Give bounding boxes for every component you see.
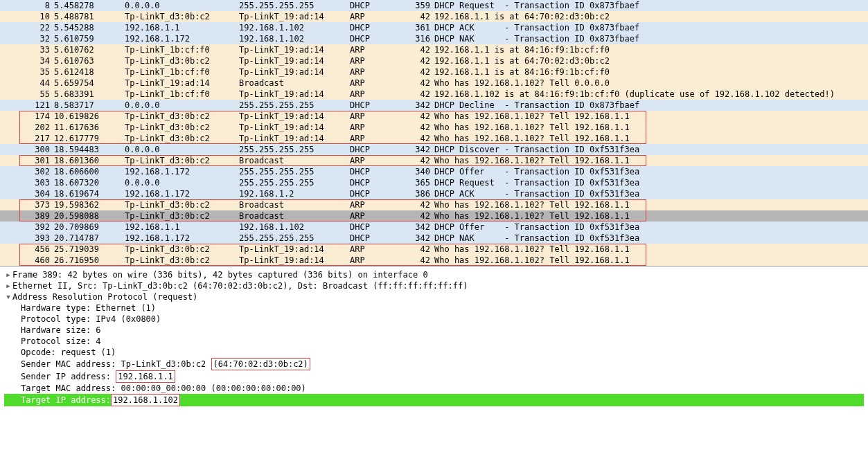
col-no: 32 bbox=[0, 33, 54, 44]
col-no: 202 bbox=[0, 122, 54, 133]
packet-row[interactable]: 85.4582780.0.0.0255.255.255.255DHCP359DH… bbox=[0, 0, 868, 11]
packet-row[interactable]: 17410.619826Tp-LinkT_d3:0b:c2Tp-LinkT_19… bbox=[0, 111, 868, 122]
col-time: 5.659754 bbox=[54, 78, 125, 89]
field-opcode[interactable]: Opcode: request (1) bbox=[4, 347, 864, 358]
packet-list[interactable]: 85.4582780.0.0.0255.255.255.255DHCP359DH… bbox=[0, 0, 868, 266]
col-proto: ARP bbox=[350, 11, 405, 22]
col-src: Tp-LinkT_d3:0b:c2 bbox=[125, 155, 239, 166]
col-time: 5.610762 bbox=[54, 44, 125, 55]
col-dst: Tp-LinkT_19:ad:14 bbox=[239, 244, 350, 255]
col-src: Tp-LinkT_d3:0b:c2 bbox=[125, 122, 239, 133]
col-no: 34 bbox=[0, 55, 54, 66]
col-src: 0.0.0.0 bbox=[125, 144, 239, 155]
col-info: Who has 192.168.1.102? Tell 0.0.0.0 bbox=[434, 78, 868, 89]
packet-row[interactable]: 38920.598088Tp-LinkT_d3:0b:c2BroadcastAR… bbox=[0, 210, 868, 222]
col-src: 192.168.1.172 bbox=[125, 33, 239, 44]
col-no: 33 bbox=[0, 44, 54, 55]
col-src: Tp-LinkT_19:ad:14 bbox=[125, 78, 239, 89]
packet-row[interactable]: 46026.716950Tp-LinkT_d3:0b:c2Tp-LinkT_19… bbox=[0, 255, 868, 266]
col-no: 8 bbox=[0, 0, 54, 11]
field-protocol-type[interactable]: Protocol type: IPv4 (0x0800) bbox=[4, 314, 864, 325]
col-len: 342 bbox=[405, 233, 434, 244]
packet-row[interactable]: 1218.5837170.0.0.0255.255.255.255DHCP342… bbox=[0, 100, 868, 111]
field-hardware-type[interactable]: Hardware type: Ethernet (1) bbox=[4, 302, 864, 314]
col-src: 192.168.1.172 bbox=[125, 233, 239, 244]
packet-row[interactable]: 37319.598362Tp-LinkT_d3:0b:c2BroadcastAR… bbox=[0, 199, 868, 210]
ethernet-summary: Ethernet II, Src: Tp-LinkT_d3:0b:c2 (64:… bbox=[12, 280, 468, 291]
col-dst: Tp-LinkT_19:ad:14 bbox=[239, 89, 350, 100]
highlight-target-ip: 192.168.1.102 bbox=[111, 394, 180, 406]
col-no: 393 bbox=[0, 233, 54, 244]
packet-row[interactable]: 30318.6073200.0.0.0255.255.255.255DHCP36… bbox=[0, 177, 868, 188]
field-hardware-size[interactable]: Hardware size: 6 bbox=[4, 325, 864, 336]
packet-row[interactable]: 555.683391Tp-LinkT_1b:cf:f0Tp-LinkT_19:a… bbox=[0, 89, 868, 100]
collapse-icon[interactable]: ▼ bbox=[4, 291, 12, 302]
col-dst: Tp-LinkT_19:ad:14 bbox=[239, 133, 350, 144]
col-len: 365 bbox=[405, 177, 434, 188]
col-time: 18.594483 bbox=[54, 144, 125, 155]
field-sender-ip[interactable]: Sender IP address: 192.168.1.1 bbox=[4, 370, 864, 383]
col-time: 5.610763 bbox=[54, 55, 125, 66]
packet-row[interactable]: 445.659754Tp-LinkT_19:ad:14BroadcastARP4… bbox=[0, 78, 868, 89]
col-len: 361 bbox=[405, 22, 434, 33]
expand-icon[interactable]: ▶ bbox=[4, 269, 12, 280]
col-len: 42 bbox=[405, 199, 434, 210]
col-no: 174 bbox=[0, 111, 54, 122]
col-len: 342 bbox=[405, 144, 434, 155]
col-time: 18.606600 bbox=[54, 166, 125, 177]
col-len: 342 bbox=[405, 222, 434, 233]
col-no: 373 bbox=[0, 199, 54, 210]
col-len: 342 bbox=[405, 100, 434, 111]
col-no: 456 bbox=[0, 244, 54, 255]
col-info: DHCP NAK - Transaction ID 0x873fbaef bbox=[434, 33, 868, 44]
col-src: Tp-LinkT_1b:cf:f0 bbox=[125, 44, 239, 55]
expand-icon[interactable]: ▶ bbox=[4, 280, 12, 291]
col-no: 300 bbox=[0, 144, 54, 155]
col-info: Who has 192.168.1.102? Tell 192.168.1.1 bbox=[434, 133, 868, 144]
packet-row[interactable]: 39220.709869192.168.1.1192.168.1.102DHCP… bbox=[0, 222, 868, 233]
col-no: 389 bbox=[0, 210, 54, 222]
tree-item-frame[interactable]: ▶Frame 389: 42 bytes on wire (336 bits),… bbox=[4, 269, 864, 280]
col-len: 42 bbox=[405, 133, 434, 144]
field-target-mac[interactable]: Target MAC address: 00:00:00_00:00:00 (0… bbox=[4, 383, 864, 394]
packet-row[interactable]: 30418.619674192.168.1.172192.168.1.2DHCP… bbox=[0, 188, 868, 199]
packet-row[interactable]: 105.488781Tp-LinkT_d3:0b:c2Tp-LinkT_19:a… bbox=[0, 11, 868, 22]
col-info: Who has 192.168.1.102? Tell 192.168.1.1 bbox=[434, 155, 868, 166]
packet-row[interactable]: 20211.617636Tp-LinkT_d3:0b:c2Tp-LinkT_19… bbox=[0, 122, 868, 133]
packet-row[interactable]: 30218.606600192.168.1.172255.255.255.255… bbox=[0, 166, 868, 177]
col-time: 12.617779 bbox=[54, 133, 125, 144]
col-src: Tp-LinkT_d3:0b:c2 bbox=[125, 11, 239, 22]
col-info: Who has 192.168.1.102? Tell 192.168.1.1 bbox=[434, 199, 868, 210]
packet-row[interactable]: 45625.719039Tp-LinkT_d3:0b:c2Tp-LinkT_19… bbox=[0, 244, 868, 255]
col-len: 42 bbox=[405, 111, 434, 122]
field-protocol-size[interactable]: Protocol size: 4 bbox=[4, 336, 864, 347]
packet-row[interactable]: 225.545288192.168.1.1192.168.1.102DHCP36… bbox=[0, 22, 868, 33]
col-proto: DHCP bbox=[350, 33, 405, 44]
col-src: Tp-LinkT_d3:0b:c2 bbox=[125, 199, 239, 210]
packet-details-pane[interactable]: ▶Frame 389: 42 bytes on wire (336 bits),… bbox=[0, 266, 868, 409]
packet-row[interactable]: 39320.714787192.168.1.172255.255.255.255… bbox=[0, 233, 868, 244]
packet-row[interactable]: 21712.617779Tp-LinkT_d3:0b:c2Tp-LinkT_19… bbox=[0, 133, 868, 144]
col-proto: DHCP bbox=[350, 100, 405, 111]
packet-row[interactable]: 30118.601360Tp-LinkT_d3:0b:c2BroadcastAR… bbox=[0, 155, 868, 166]
col-dst: 255.255.255.255 bbox=[239, 0, 350, 11]
packet-row[interactable]: 355.612418Tp-LinkT_1b:cf:f0Tp-LinkT_19:a… bbox=[0, 66, 868, 78]
col-dst: Tp-LinkT_19:ad:14 bbox=[239, 111, 350, 122]
packet-row[interactable]: 30018.5944830.0.0.0255.255.255.255DHCP34… bbox=[0, 144, 868, 155]
field-target-ip-selected[interactable]: Target IP address: 192.168.1.102 bbox=[4, 394, 864, 406]
col-dst: Broadcast bbox=[239, 210, 350, 222]
packet-row[interactable]: 325.610759192.168.1.172192.168.1.102DHCP… bbox=[0, 33, 868, 44]
col-time: 5.683391 bbox=[54, 89, 125, 100]
tree-item-ethernet[interactable]: ▶Ethernet II, Src: Tp-LinkT_d3:0b:c2 (64… bbox=[4, 280, 864, 291]
col-time: 18.607320 bbox=[54, 177, 125, 188]
tree-item-arp[interactable]: ▼Address Resolution Protocol (request) bbox=[4, 291, 864, 302]
packet-row[interactable]: 345.610763Tp-LinkT_d3:0b:c2Tp-LinkT_19:a… bbox=[0, 55, 868, 66]
packet-row[interactable]: 335.610762Tp-LinkT_1b:cf:f0Tp-LinkT_19:a… bbox=[0, 44, 868, 55]
col-no: 121 bbox=[0, 100, 54, 111]
col-info: DHCP Request - Transaction ID 0x873fbaef bbox=[434, 0, 868, 11]
field-sender-mac[interactable]: Sender MAC address: Tp-LinkT_d3:0b:c2 (6… bbox=[4, 358, 864, 370]
col-info: 192.168.1.1 is at 64:70:02:d3:0b:c2 bbox=[434, 55, 868, 66]
col-no: 217 bbox=[0, 133, 54, 144]
col-time: 20.714787 bbox=[54, 233, 125, 244]
col-info: DHCP Decline - Transaction ID 0x873fbaef bbox=[434, 100, 868, 111]
